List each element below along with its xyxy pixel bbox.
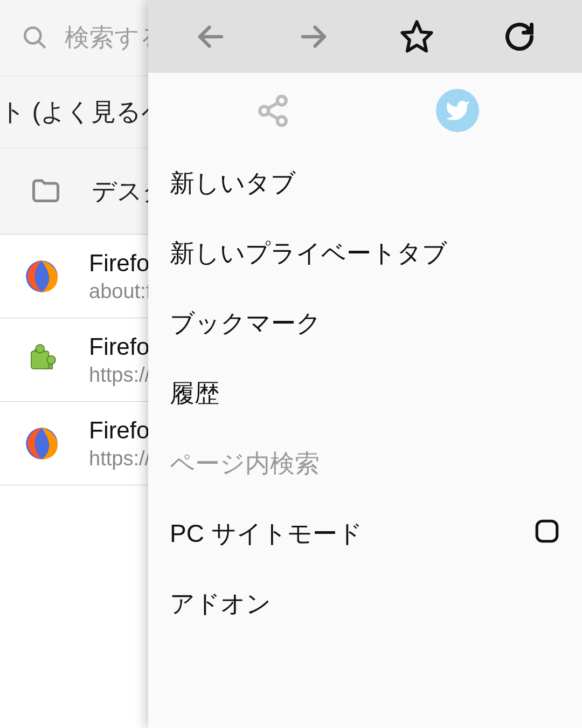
menu-item-history[interactable]: 履歴 [148, 359, 582, 429]
reload-button[interactable] [501, 18, 538, 56]
menu-label: アドオン [170, 587, 271, 621]
svg-point-12 [277, 116, 286, 125]
back-button[interactable] [192, 18, 230, 56]
twitter-icon [436, 89, 479, 132]
svg-point-5 [47, 355, 56, 364]
menu-item-addons[interactable]: アドオン [148, 569, 582, 639]
bookmark-url: about:f [89, 280, 151, 303]
arrow-right-icon [297, 20, 330, 53]
svg-rect-3 [31, 351, 49, 369]
share-row [148, 73, 582, 148]
bookmark-title: Firefo [89, 417, 150, 444]
menu-label: ページ内検索 [170, 447, 320, 480]
menu-label: 履歴 [170, 377, 219, 410]
menu-item-new-private-tab[interactable]: 新しいプライベートタブ [148, 218, 582, 289]
folder-icon [30, 175, 62, 208]
checkbox-unchecked-icon[interactable] [534, 518, 560, 551]
menu-item-find-in-page[interactable]: ページ内検索 [148, 429, 582, 499]
menu-label: 新しいタブ [170, 167, 296, 200]
menu-item-bookmarks[interactable]: ブックマーク [148, 289, 582, 359]
svg-point-11 [260, 106, 268, 115]
svg-point-10 [277, 96, 286, 105]
twitter-share-button[interactable] [436, 89, 479, 132]
menu-toolbar [148, 0, 582, 73]
bookmark-star-button[interactable] [398, 18, 435, 56]
bookmark-url: https:// [89, 447, 150, 470]
firefox-icon [24, 259, 59, 294]
menu-items: 新しいタブ 新しいプライベートタブ ブックマーク 履歴 ページ内検索 PC サイ… [148, 148, 582, 639]
menu-item-new-tab[interactable]: 新しいタブ [148, 148, 582, 218]
menu-label: PC サイトモード [170, 517, 363, 551]
svg-marker-9 [402, 22, 431, 51]
svg-point-4 [36, 344, 44, 353]
firefox-icon [24, 426, 59, 461]
menu-item-desktop-site[interactable]: PC サイトモード [148, 499, 582, 569]
forward-button[interactable] [295, 18, 332, 56]
svg-line-1 [38, 41, 45, 48]
star-icon [399, 19, 434, 54]
reload-icon [503, 20, 536, 53]
bookmark-url: https:// [89, 363, 150, 387]
menu-panel: 新しいタブ 新しいプライベートタブ ブックマーク 履歴 ページ内検索 PC サイ… [148, 0, 582, 728]
svg-line-13 [268, 102, 278, 108]
menu-label: ブックマーク [170, 307, 321, 340]
share-icon [255, 93, 290, 128]
bookmark-title: Firefo [89, 333, 150, 360]
share-button[interactable] [251, 89, 294, 132]
svg-line-14 [268, 113, 278, 119]
menu-label: 新しいプライベートタブ [170, 237, 447, 270]
arrow-left-icon [195, 20, 227, 53]
search-icon [22, 24, 48, 51]
puzzle-icon [24, 342, 59, 377]
svg-rect-15 [537, 521, 557, 541]
bookmark-title: Firefo [89, 250, 151, 277]
svg-point-0 [25, 28, 40, 43]
